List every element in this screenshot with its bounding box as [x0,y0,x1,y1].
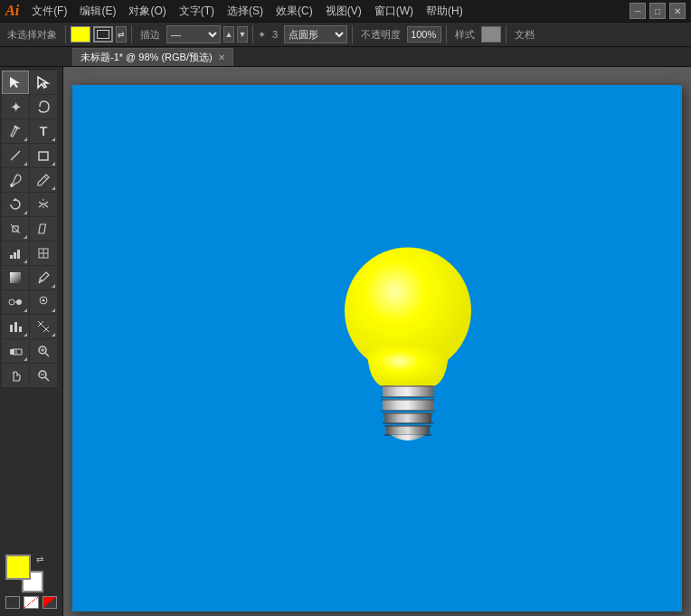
opacity-input[interactable] [407,26,441,43]
svg-rect-47 [386,426,430,435]
tool-row-7 [2,217,61,241]
line-tool[interactable] [2,144,29,167]
stroke-color[interactable] [93,26,113,43]
symbol-tool[interactable] [30,290,57,314]
lightbulb-illustration[interactable] [336,239,480,459]
no-selection-label: 未选择对象 [4,28,61,42]
toolbar-divider-5 [446,25,447,43]
svg-rect-48 [384,426,431,427]
svg-point-0 [14,126,17,128]
white-swatch[interactable] [24,596,38,609]
toolbar: 未选择对象 ⇄ 描边 — ▲ ▼ ✦ 3 点圆形 不透明度 样式 文档 [0,22,691,47]
shear-tool[interactable] [30,217,57,241]
tab-label: 未标题-1* @ 98% (RGB/预选) [80,51,213,64]
close-btn[interactable]: ✕ [669,3,686,19]
stroke-label: 描边 [137,28,164,42]
rotate-tool[interactable] [2,193,29,216]
gradient-tool[interactable] [2,266,29,289]
svg-rect-28 [10,349,14,355]
menu-object[interactable]: 对象(O) [123,2,171,21]
tab-bar: 未标题-1* @ 98% (RGB/预选) ✕ [0,47,691,67]
direct-selection-tool[interactable] [30,71,57,94]
reflect-tool[interactable] [30,193,57,216]
paintbrush-tool[interactable] [2,168,29,192]
svg-rect-10 [10,255,13,259]
tool-row-8 [2,242,61,265]
tool-row-11 [2,315,61,338]
tool-row-10 [2,290,61,314]
main-area: ✦ T [0,67,691,616]
menu-view[interactable]: 视图(V) [320,2,367,21]
svg-rect-45 [383,413,433,414]
zoom-tool[interactable] [30,339,57,363]
ai-logo: Ai [5,3,19,19]
pen-tool[interactable] [2,119,29,143]
menu-file[interactable]: 文件(F) [26,2,72,21]
menu-effect[interactable]: 效果(C) [270,2,318,21]
svg-rect-2 [39,152,48,160]
svg-rect-42 [381,400,435,401]
menu-edit[interactable]: 编辑(E) [74,2,121,21]
zoom-out-tool[interactable] [30,364,57,387]
gradient-swatch[interactable] [43,596,57,609]
magic-wand-tool[interactable]: ✦ [2,95,29,118]
svg-line-1 [11,151,20,160]
pt-label: 3 [269,29,281,40]
lasso-tool[interactable] [30,95,57,118]
artboard [72,85,682,611]
menu-help[interactable]: 帮助(H) [421,2,469,21]
svg-marker-5 [13,198,18,201]
menu-window[interactable]: 窗口(W) [369,2,419,21]
tool-row-2: ✦ [2,95,61,118]
type-tool[interactable]: T [30,119,57,143]
minimize-btn[interactable]: ─ [629,3,646,19]
stroke-up-btn[interactable]: ▲ [223,26,234,43]
toolbox-colors: ⇄ [2,551,61,612]
tool-row-1 [2,71,61,94]
svg-rect-11 [14,252,16,259]
quick-swatches [5,596,57,609]
svg-rect-41 [383,400,433,411]
graph-tool[interactable] [2,242,29,265]
scale-tool[interactable] [2,217,29,241]
tool-row-3: T [2,119,61,143]
style-swatch[interactable] [481,26,501,43]
menu-select[interactable]: 选择(S) [222,2,269,21]
toolbar-divider-1 [65,25,66,43]
stroke-swap-btn[interactable]: ⇄ [116,26,127,43]
svg-rect-43 [381,411,435,412]
tool-row-6 [2,193,61,216]
eraser-tool[interactable] [2,339,29,363]
foreground-color-swatch[interactable] [5,554,31,580]
tab-close-btn[interactable]: ✕ [218,52,225,62]
toolbar-divider-3 [252,25,253,43]
tool-row-9 [2,266,61,289]
svg-rect-23 [10,325,13,332]
slice-tool[interactable] [30,315,57,338]
canvas-area[interactable] [63,67,691,616]
stroke-down-btn[interactable]: ▼ [237,26,248,43]
blend-tool[interactable] [2,290,29,314]
svg-marker-9 [39,224,46,233]
document-tab[interactable]: 未标题-1* @ 98% (RGB/预选) ✕ [72,48,233,66]
selection-tool[interactable] [2,71,29,94]
no-fill-swatch[interactable] [5,596,20,609]
tool-row-13 [2,364,61,387]
eyedropper-tool[interactable] [30,266,57,289]
tool-row-5 [2,168,61,192]
mesh-tool[interactable] [30,242,57,265]
menu-bar: 文件(F) 编辑(E) 对象(O) 文字(T) 选择(S) 效果(C) 视图(V… [26,2,622,21]
tool-row-4 [2,144,61,167]
hand-tool[interactable] [2,364,29,387]
swap-colors-btn[interactable]: ⇄ [36,554,43,564]
fill-color[interactable] [71,26,90,43]
column-graph-tool[interactable] [2,315,29,338]
pencil-tool[interactable] [30,168,57,192]
shape-select[interactable]: 点圆形 [284,25,347,43]
rect-tool[interactable] [30,144,57,167]
maximize-btn[interactable]: □ [649,3,666,19]
stroke-type-select[interactable]: — [166,25,221,43]
svg-point-22 [43,299,45,302]
style-label: 样式 [451,28,478,42]
menu-text[interactable]: 文字(T) [174,2,220,21]
